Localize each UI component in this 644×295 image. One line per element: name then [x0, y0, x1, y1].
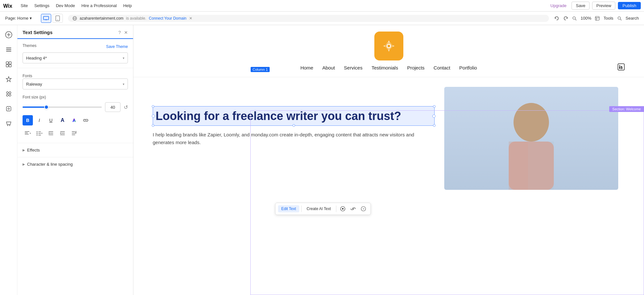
formatting-row: B I U A A	[23, 115, 128, 125]
save-button[interactable]: Save	[572, 2, 590, 10]
desktop-icon	[43, 16, 49, 21]
font-select[interactable]: Raleway ▾	[23, 78, 128, 89]
ai-icon-button[interactable]	[338, 204, 347, 213]
floating-toolbar: Edit Text Create AI Text	[275, 203, 371, 215]
sidebar-pages-button[interactable]	[2, 43, 15, 56]
panel-help-icon[interactable]: ?	[118, 30, 121, 35]
link-icon	[83, 118, 88, 123]
list-style-button[interactable]: ▾	[34, 128, 44, 138]
person-image	[444, 87, 618, 190]
hero-heading-selected[interactable]: Looking for a freelance writer you can t…	[153, 106, 435, 126]
text-direction-button[interactable]	[69, 128, 79, 138]
edit-text-button[interactable]: Edit Text	[278, 205, 299, 212]
zoom-control[interactable]	[572, 16, 577, 21]
highlight-icon: A	[72, 118, 76, 123]
page-selector[interactable]: Page: Home ▾	[5, 16, 32, 21]
nav-testimonials[interactable]: Testimonials	[371, 65, 398, 70]
svg-rect-11	[595, 16, 599, 20]
preview-button[interactable]: Preview	[592, 2, 615, 10]
pages-icon	[5, 46, 12, 53]
theme-select[interactable]: Heading 4* ▾	[23, 52, 128, 63]
help-icon-button[interactable]: ?	[359, 204, 368, 213]
link-button[interactable]	[81, 115, 91, 125]
hire-professional[interactable]: Hire a Professional	[79, 2, 120, 9]
section-welcome-label: Section: Welcome	[609, 106, 644, 112]
effects-row[interactable]: ▶ Effects	[17, 143, 133, 157]
help-menu[interactable]: Help	[120, 2, 134, 9]
redo-button[interactable]	[563, 16, 568, 21]
domain-bar: azaharentertainment.com is available. Co…	[68, 15, 549, 22]
font-size-slider[interactable]	[23, 106, 102, 108]
fonts-label: Fonts	[23, 74, 32, 78]
publish-button[interactable]: Publish	[618, 2, 641, 9]
mobile-icon	[55, 15, 60, 21]
indent-increase-button[interactable]	[57, 128, 68, 138]
indent-decrease-button[interactable]	[46, 128, 56, 138]
slider-thumb[interactable]	[44, 105, 49, 109]
themes-label: Themes	[23, 43, 36, 48]
nav-services[interactable]: Services	[344, 65, 363, 70]
svg-rect-1	[43, 16, 49, 20]
sidebar-wixapp-button[interactable]	[2, 102, 15, 115]
nav-portfolio[interactable]: Portfolio	[459, 65, 477, 70]
svg-rect-21	[6, 51, 11, 51]
svg-rect-24	[6, 65, 8, 67]
resize-handle-bl[interactable]	[152, 124, 154, 127]
char-spacing-row[interactable]: ▶ Character & line spacing	[17, 157, 133, 171]
sidebar-add-button[interactable]	[2, 28, 15, 41]
rtl-icon	[72, 131, 77, 136]
settings-menu[interactable]: Settings	[32, 2, 52, 9]
font-size-input[interactable]: 40	[105, 102, 120, 112]
create-ai-text-button[interactable]: Create AI Text	[303, 205, 334, 212]
domain-link[interactable]: azaharentertainment.com	[80, 16, 123, 21]
svg-point-56	[619, 65, 620, 66]
text-color-button[interactable]: A	[57, 115, 68, 125]
sidebar-store-button[interactable]	[2, 117, 15, 130]
search-icon	[617, 16, 622, 21]
align-left-dropdown[interactable]: ▾	[23, 128, 33, 138]
sidebar-apps-button[interactable]	[2, 88, 15, 100]
mobile-view-button[interactable]	[53, 14, 63, 23]
desktop-view-button[interactable]	[41, 14, 51, 23]
underline-button[interactable]: U	[46, 115, 56, 125]
devmode-menu[interactable]: Dev Mode	[53, 2, 77, 9]
sidebar-design-button[interactable]	[2, 73, 15, 86]
nav-about[interactable]: About	[322, 65, 335, 70]
domain-close-button[interactable]: ✕	[189, 16, 192, 21]
svg-point-26	[6, 92, 8, 94]
search-button[interactable]	[617, 16, 622, 21]
resize-handle-bm[interactable]	[293, 124, 295, 127]
hero-heading: Looking for a freelance writer you can t…	[156, 109, 432, 123]
main-layout: Text Settings ? ✕ Themes Save Theme Head…	[0, 25, 644, 295]
linkedin-icon	[618, 63, 625, 70]
tools-button[interactable]	[595, 16, 600, 21]
save-theme-link[interactable]: Save Theme	[106, 44, 128, 49]
nav-contact[interactable]: Contact	[434, 65, 450, 70]
sidebar-media-button[interactable]	[2, 58, 15, 71]
link-icon-button[interactable]	[349, 204, 358, 213]
nav-projects[interactable]: Projects	[407, 65, 425, 70]
svg-rect-63	[509, 142, 528, 190]
domain-available-text: is available.	[126, 16, 146, 21]
svg-point-14	[618, 17, 620, 19]
upgrade-button[interactable]: Upgrade	[548, 2, 569, 9]
font-size-reset-button[interactable]: ↺	[124, 104, 128, 110]
connect-domain-link[interactable]: Connect Your Domain	[149, 16, 187, 21]
highlight-color-button[interactable]: A	[69, 115, 79, 125]
linkedin-button[interactable]	[618, 63, 625, 72]
panel-title: Text Settings	[23, 30, 53, 35]
redo-icon	[563, 16, 568, 21]
bold-button[interactable]: B	[23, 115, 33, 125]
nav-home[interactable]: Home	[300, 65, 313, 70]
resize-handle-tl[interactable]	[152, 105, 154, 108]
resize-handle-br[interactable]	[433, 124, 436, 127]
left-sidebar	[0, 25, 17, 295]
undo-button[interactable]	[554, 16, 559, 21]
site-menu[interactable]: Site	[18, 2, 30, 9]
site-nav: Home About Services Testimonials Project…	[300, 65, 477, 70]
panel-close-icon[interactable]: ✕	[124, 30, 128, 35]
second-bar: Page: Home ▾ azaharentertainment.com is …	[0, 12, 644, 25]
italic-button[interactable]: I	[34, 115, 44, 125]
font-size-row: 40 ↺	[23, 102, 128, 112]
resize-handle-tr[interactable]	[433, 105, 436, 108]
